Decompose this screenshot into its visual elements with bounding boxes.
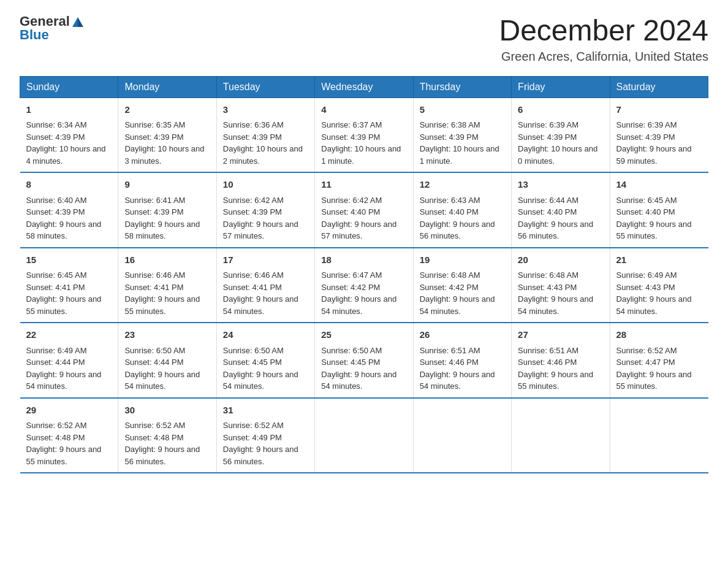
day-number: 24: [223, 328, 308, 342]
calendar-cell: 13 Sunrise: 6:44 AMSunset: 4:40 PMDaylig…: [512, 172, 610, 248]
calendar-cell: 7 Sunrise: 6:39 AMSunset: 4:39 PMDayligh…: [610, 98, 708, 172]
calendar-cell: 15 Sunrise: 6:45 AMSunset: 4:41 PMDaylig…: [20, 248, 118, 323]
calendar-cell: 2 Sunrise: 6:35 AMSunset: 4:39 PMDayligh…: [118, 98, 216, 172]
day-info: Sunrise: 6:43 AMSunset: 4:40 PMDaylight:…: [420, 196, 495, 241]
logo: General Blue: [20, 15, 83, 42]
day-info: Sunrise: 6:52 AMSunset: 4:48 PMDaylight:…: [26, 421, 102, 466]
day-number: 6: [518, 103, 603, 117]
calendar-cell: 23 Sunrise: 6:50 AMSunset: 4:44 PMDaylig…: [118, 323, 216, 398]
day-number: 8: [26, 178, 112, 192]
day-info: Sunrise: 6:49 AMSunset: 4:44 PMDaylight:…: [26, 346, 102, 391]
day-info: Sunrise: 6:49 AMSunset: 4:43 PMDaylight:…: [616, 270, 692, 316]
day-number: 22: [26, 328, 112, 342]
day-number: 27: [518, 328, 603, 342]
calendar-cell: 25 Sunrise: 6:50 AMSunset: 4:45 PMDaylig…: [315, 323, 413, 398]
calendar-week-row: 22 Sunrise: 6:49 AMSunset: 4:44 PMDaylig…: [20, 323, 708, 398]
day-number: 14: [616, 178, 702, 192]
calendar-cell: 12 Sunrise: 6:43 AMSunset: 4:40 PMDaylig…: [413, 172, 511, 248]
day-number: 19: [420, 253, 505, 267]
day-number: 25: [321, 328, 406, 342]
calendar-cell: 5 Sunrise: 6:38 AMSunset: 4:39 PMDayligh…: [413, 98, 511, 172]
day-info: Sunrise: 6:51 AMSunset: 4:46 PMDaylight:…: [518, 346, 593, 391]
weekday-header: Saturday: [610, 76, 708, 98]
day-info: Sunrise: 6:42 AMSunset: 4:40 PMDaylight:…: [321, 196, 396, 241]
calendar-cell: 30 Sunrise: 6:52 AMSunset: 4:48 PMDaylig…: [118, 398, 216, 473]
calendar-cell: [315, 398, 413, 473]
day-info: Sunrise: 6:39 AMSunset: 4:39 PMDaylight:…: [616, 120, 692, 166]
day-number: 20: [518, 253, 603, 267]
day-info: Sunrise: 6:48 AMSunset: 4:43 PMDaylight:…: [518, 270, 593, 316]
weekday-header: Sunday: [20, 76, 118, 98]
day-info: Sunrise: 6:52 AMSunset: 4:48 PMDaylight:…: [124, 421, 200, 466]
weekday-header: Wednesday: [315, 76, 413, 98]
logo-general-text: General: [20, 15, 70, 28]
month-title: December 2024: [499, 15, 708, 47]
day-info: Sunrise: 6:34 AMSunset: 4:39 PMDaylight:…: [26, 120, 106, 166]
calendar-cell: 19 Sunrise: 6:48 AMSunset: 4:42 PMDaylig…: [413, 248, 511, 323]
calendar-cell: 9 Sunrise: 6:41 AMSunset: 4:39 PMDayligh…: [118, 172, 216, 248]
day-info: Sunrise: 6:44 AMSunset: 4:40 PMDaylight:…: [518, 196, 593, 241]
calendar-cell: 11 Sunrise: 6:42 AMSunset: 4:40 PMDaylig…: [315, 172, 413, 248]
calendar-cell: [413, 398, 511, 473]
day-info: Sunrise: 6:36 AMSunset: 4:39 PMDaylight:…: [223, 120, 303, 166]
day-number: 5: [420, 103, 505, 117]
calendar-cell: 6 Sunrise: 6:39 AMSunset: 4:39 PMDayligh…: [512, 98, 610, 172]
day-info: Sunrise: 6:37 AMSunset: 4:39 PMDaylight:…: [321, 120, 401, 166]
weekday-header: Monday: [118, 76, 216, 98]
day-number: 13: [518, 178, 603, 192]
calendar-body: 1 Sunrise: 6:34 AMSunset: 4:39 PMDayligh…: [20, 98, 708, 473]
calendar-cell: [512, 398, 610, 473]
day-info: Sunrise: 6:50 AMSunset: 4:45 PMDaylight:…: [321, 346, 396, 391]
day-info: Sunrise: 6:47 AMSunset: 4:42 PMDaylight:…: [321, 270, 396, 316]
day-info: Sunrise: 6:45 AMSunset: 4:40 PMDaylight:…: [616, 196, 692, 241]
day-info: Sunrise: 6:48 AMSunset: 4:42 PMDaylight:…: [420, 270, 495, 316]
day-info: Sunrise: 6:35 AMSunset: 4:39 PMDaylight:…: [124, 120, 204, 166]
day-number: 12: [420, 178, 505, 192]
day-number: 26: [420, 328, 505, 342]
day-number: 2: [124, 103, 210, 117]
location-title: Green Acres, California, United States: [499, 50, 708, 64]
day-info: Sunrise: 6:52 AMSunset: 4:47 PMDaylight:…: [616, 346, 692, 391]
calendar-cell: 22 Sunrise: 6:49 AMSunset: 4:44 PMDaylig…: [20, 323, 118, 398]
day-info: Sunrise: 6:51 AMSunset: 4:46 PMDaylight:…: [420, 346, 495, 391]
day-info: Sunrise: 6:50 AMSunset: 4:45 PMDaylight:…: [223, 346, 298, 391]
day-info: Sunrise: 6:46 AMSunset: 4:41 PMDaylight:…: [223, 270, 298, 316]
day-number: 15: [26, 253, 112, 267]
day-info: Sunrise: 6:40 AMSunset: 4:39 PMDaylight:…: [26, 196, 102, 241]
calendar-week-row: 1 Sunrise: 6:34 AMSunset: 4:39 PMDayligh…: [20, 98, 708, 172]
calendar-cell: 3 Sunrise: 6:36 AMSunset: 4:39 PMDayligh…: [216, 98, 314, 172]
page-header: General Blue December 2024 Green Acres, …: [20, 15, 708, 64]
day-info: Sunrise: 6:52 AMSunset: 4:49 PMDaylight:…: [223, 421, 298, 466]
day-number: 16: [124, 253, 210, 267]
calendar-cell: 16 Sunrise: 6:46 AMSunset: 4:41 PMDaylig…: [118, 248, 216, 323]
day-info: Sunrise: 6:50 AMSunset: 4:44 PMDaylight:…: [124, 346, 200, 391]
calendar-header: SundayMondayTuesdayWednesdayThursdayFrid…: [20, 76, 708, 98]
day-number: 1: [26, 103, 112, 117]
calendar-cell: 28 Sunrise: 6:52 AMSunset: 4:47 PMDaylig…: [610, 323, 708, 398]
day-number: 29: [26, 404, 112, 418]
calendar-cell: 8 Sunrise: 6:40 AMSunset: 4:39 PMDayligh…: [20, 172, 118, 248]
calendar-cell: 17 Sunrise: 6:46 AMSunset: 4:41 PMDaylig…: [216, 248, 314, 323]
calendar-cell: 4 Sunrise: 6:37 AMSunset: 4:39 PMDayligh…: [315, 98, 413, 172]
calendar-week-row: 15 Sunrise: 6:45 AMSunset: 4:41 PMDaylig…: [20, 248, 708, 323]
calendar-cell: 26 Sunrise: 6:51 AMSunset: 4:46 PMDaylig…: [413, 323, 511, 398]
day-info: Sunrise: 6:38 AMSunset: 4:39 PMDaylight:…: [420, 120, 499, 166]
day-number: 17: [223, 253, 308, 267]
day-number: 11: [321, 178, 406, 192]
day-number: 23: [124, 328, 210, 342]
calendar-week-row: 29 Sunrise: 6:52 AMSunset: 4:48 PMDaylig…: [20, 398, 708, 473]
calendar-cell: 14 Sunrise: 6:45 AMSunset: 4:40 PMDaylig…: [610, 172, 708, 248]
calendar-table: SundayMondayTuesdayWednesdayThursdayFrid…: [20, 76, 708, 474]
day-info: Sunrise: 6:39 AMSunset: 4:39 PMDaylight:…: [518, 120, 597, 166]
day-number: 28: [616, 328, 702, 342]
calendar-cell: [610, 398, 708, 473]
day-number: 3: [223, 103, 308, 117]
day-number: 30: [124, 404, 210, 418]
calendar-cell: 1 Sunrise: 6:34 AMSunset: 4:39 PMDayligh…: [20, 98, 118, 172]
calendar-cell: 10 Sunrise: 6:42 AMSunset: 4:39 PMDaylig…: [216, 172, 314, 248]
day-info: Sunrise: 6:46 AMSunset: 4:41 PMDaylight:…: [124, 270, 200, 316]
day-number: 10: [223, 178, 308, 192]
weekday-row: SundayMondayTuesdayWednesdayThursdayFrid…: [20, 76, 708, 98]
day-number: 31: [223, 404, 308, 418]
calendar-week-row: 8 Sunrise: 6:40 AMSunset: 4:39 PMDayligh…: [20, 172, 708, 248]
